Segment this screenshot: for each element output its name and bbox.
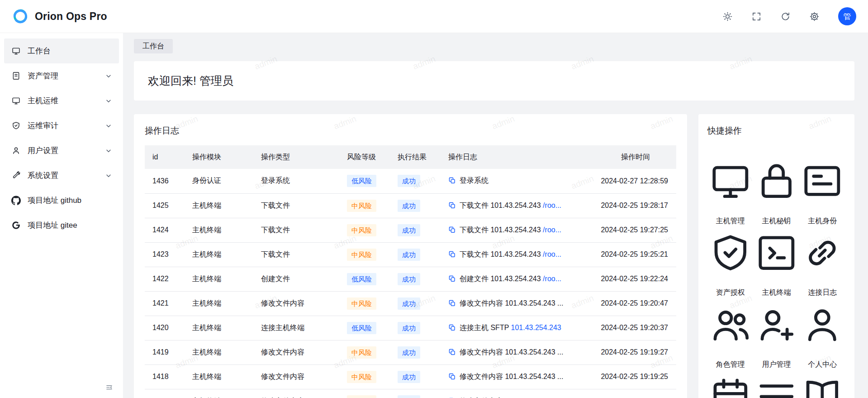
col-type: 操作类型 [253, 145, 339, 169]
table-row: 1420主机终端连接主机终端低风险成功连接主机 SFTP 101.43.254.… [145, 316, 676, 340]
cell-type: 创建文件 [253, 267, 339, 291]
log-card-title: 操作日志 [145, 125, 676, 137]
copy-icon[interactable] [448, 348, 456, 356]
sidebar-item-system-settings[interactable]: 系统设置 [4, 163, 119, 188]
result-badge: 成功 [398, 273, 420, 285]
operation-log-card: 操作日志 id 操作模块 操作类型 风险等级 执行结果 操作日志 [134, 114, 687, 398]
quick-action-connect-log[interactable]: 连接日志 [799, 211, 845, 283]
audit-shield-icon [11, 121, 21, 130]
settings-gear-icon[interactable] [809, 11, 820, 22]
theme-icon[interactable] [722, 11, 733, 22]
app-header: Orion Ops Pro 管 [0, 0, 868, 33]
cell-time: 2024-02-25 19:20:37 [585, 316, 676, 340]
welcome-card: 欢迎回来! 管理员 [134, 61, 854, 101]
copy-icon[interactable] [448, 250, 456, 258]
cell-result: 成功 [390, 193, 441, 218]
asset-icon [11, 71, 21, 81]
cell-time: 2024-02-25 19:19:24 [585, 389, 676, 398]
cell-type: 下载文件 [253, 193, 339, 218]
cell-result: 成功 [390, 340, 441, 364]
copy-icon[interactable] [448, 299, 456, 307]
quick-action-data-dict[interactable]: 数据字典 [799, 355, 845, 398]
log-link[interactable]: /roo... [543, 226, 561, 234]
cell-time: 2024-02-25 19:27:25 [585, 218, 676, 242]
copy-icon[interactable] [448, 201, 456, 209]
cell-time: 2024-02-25 19:19:27 [585, 340, 676, 364]
risk-badge: 低风险 [347, 175, 376, 187]
gitee-icon [11, 221, 21, 230]
table-row: 1423主机终端下载文件中风险成功下载文件 101.43.254.243 /ro… [145, 242, 676, 267]
quick-action-role-manage[interactable]: 角色管理 [707, 283, 754, 355]
quick-action-operation-log[interactable]: 操作日志 [707, 355, 754, 398]
cell-id: 1420 [145, 316, 185, 340]
sidebar-item-user-settings[interactable]: 用户设置 [4, 138, 119, 163]
log-text: 修改文件内容 101.43.254.243 ... [460, 299, 563, 307]
cell-module: 主机终端 [185, 316, 253, 340]
risk-badge: 中风险 [347, 200, 376, 212]
sidebar-item-label: 运维审计 [28, 120, 58, 131]
sidebar-item-github[interactable]: 项目地址 github [4, 188, 119, 213]
cell-log: 创建文件 101.43.254.243 /roo... [441, 267, 585, 291]
user-add-icon [754, 294, 800, 355]
table-row: 1424主机终端下载文件中风险成功下载文件 101.43.254.243 /ro… [145, 218, 676, 242]
avatar[interactable]: 管 [838, 7, 856, 25]
sidebar-item-label: 系统设置 [28, 170, 58, 181]
log-link[interactable]: /roo... [543, 201, 561, 209]
copy-icon[interactable] [448, 324, 456, 331]
book-icon [799, 366, 845, 398]
refresh-icon[interactable] [780, 11, 791, 22]
log-link[interactable]: 101.43.254.243 [511, 324, 561, 331]
tab-workbench[interactable]: 工作台 [134, 39, 173, 53]
sidebar-item-asset-management[interactable]: 资产管理 [4, 63, 119, 88]
user-group-icon [707, 294, 754, 355]
quick-action-asset-grant[interactable]: 资产授权 [707, 211, 754, 283]
quick-action-profile[interactable]: 个人中心 [799, 283, 845, 355]
quick-action-user-manage[interactable]: 用户管理 [754, 283, 800, 355]
user-icon [11, 146, 21, 155]
cell-result: 成功 [390, 316, 441, 340]
cell-risk: 中风险 [339, 291, 390, 316]
log-text: 下载文件 101.43.254.243 [460, 201, 543, 209]
sidebar-item-label: 资产管理 [28, 71, 58, 81]
cell-id: 1424 [145, 218, 185, 242]
cell-risk: 中风险 [339, 340, 390, 364]
sidebar-item-workbench[interactable]: 工作台 [4, 38, 119, 63]
quick-action-host-key[interactable]: 主机秘钥 [754, 139, 800, 211]
cell-module: 主机终端 [185, 267, 253, 291]
quick-action-host-identity[interactable]: 主机身份 [799, 139, 845, 211]
cell-result: 成功 [390, 389, 441, 398]
result-badge: 成功 [398, 175, 420, 187]
chevron-down-icon [105, 173, 112, 179]
cell-log: 修改文件内容 101.43.254.243 ... [441, 364, 585, 389]
sidebar-item-host-ops[interactable]: 主机运维 [4, 88, 119, 113]
sidebar-item-label: 项目地址 github [28, 195, 81, 206]
risk-badge: 中风险 [347, 297, 376, 310]
table-row: 1425主机终端下载文件中风险成功下载文件 101.43.254.243 /ro… [145, 193, 676, 218]
cell-id: 1419 [145, 340, 185, 364]
sidebar-item-gitee[interactable]: 项目地址 gitee [4, 213, 119, 238]
logo-icon [12, 8, 29, 25]
cell-result: 成功 [390, 267, 441, 291]
quick-action-host-terminal[interactable]: 主机终端 [754, 211, 800, 283]
col-log: 操作日志 [441, 145, 585, 169]
fullscreen-icon[interactable] [751, 11, 762, 22]
cell-type: 下载文件 [253, 218, 339, 242]
log-link[interactable]: /roo... [543, 250, 561, 258]
log-text: 创建文件 101.43.254.243 [460, 275, 543, 283]
quick-action-host-manage[interactable]: 主机管理 [707, 139, 754, 211]
cell-time: 2024-02-25 19:22:24 [585, 267, 676, 291]
menu-fold-icon[interactable] [105, 384, 113, 391]
cell-result: 成功 [390, 291, 441, 316]
copy-icon[interactable] [448, 177, 456, 184]
desktop-icon [707, 151, 754, 211]
quick-action-system-menu[interactable]: 系统菜单 [754, 355, 800, 398]
cell-risk: 中风险 [339, 389, 390, 398]
sidebar-item-ops-audit[interactable]: 运维审计 [4, 113, 119, 138]
log-link[interactable]: /roo... [543, 275, 561, 283]
copy-icon[interactable] [448, 373, 456, 380]
copy-icon[interactable] [448, 226, 456, 234]
copy-icon[interactable] [448, 275, 456, 283]
cell-log: 修改文件内容 101.43.254.243 ... [441, 340, 585, 364]
cell-result: 成功 [390, 169, 441, 193]
result-badge: 成功 [398, 322, 420, 334]
